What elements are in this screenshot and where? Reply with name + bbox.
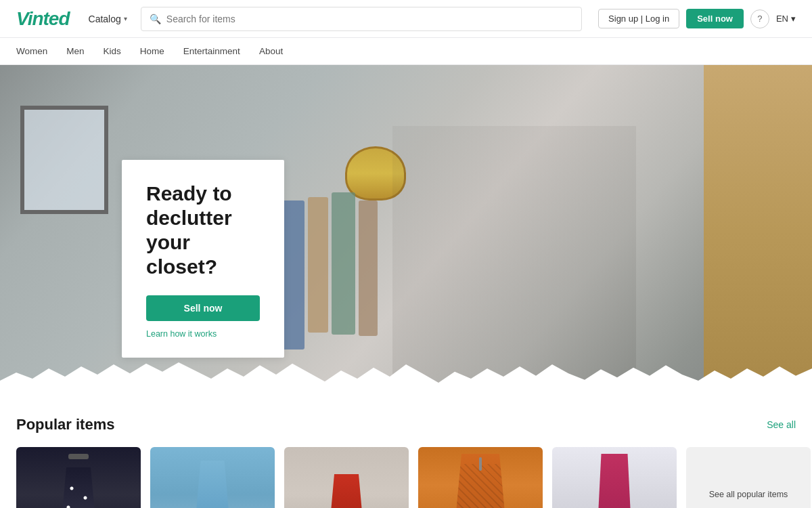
nav-item-men[interactable]: Men: [66, 46, 84, 56]
person-area: [392, 126, 636, 397]
question-mark-icon: ?: [757, 14, 762, 24]
popular-title: Popular items: [16, 416, 114, 433]
nav-item-about[interactable]: About: [259, 46, 283, 56]
clothes-item-4: [332, 192, 355, 335]
sign-up-login-button[interactable]: Sign up | Log in: [598, 9, 679, 28]
search-icon: 🔍: [150, 14, 161, 24]
language-label: EN: [776, 14, 788, 24]
nav-item-home[interactable]: Home: [140, 46, 164, 56]
hero-section: Ready to declutter your closet? Sell now…: [0, 65, 812, 397]
catalog-button[interactable]: Catalog ▾: [83, 11, 133, 27]
sell-now-button[interactable]: Sell now: [686, 9, 744, 28]
popular-header: Popular items See all: [16, 416, 796, 433]
nav-item-women[interactable]: Women: [16, 46, 47, 56]
see-all-popular-label: See all popular items: [698, 478, 799, 508]
see-all-popular-card[interactable]: See all popular items: [686, 447, 811, 508]
chevron-down-icon: ▾: [791, 14, 796, 24]
main-nav: Women Men Kids Home Entertainment About: [0, 38, 812, 65]
popular-items-section: Popular items See all: [0, 397, 812, 508]
window-decoration: [20, 106, 108, 214]
popular-item-1[interactable]: [16, 447, 141, 508]
dress-shape-5: [593, 454, 637, 508]
chevron-down-icon: ▾: [124, 15, 127, 22]
clothes-item-5: [359, 200, 378, 336]
header-right: Sign up | Log in Sell now ? EN ▾: [598, 9, 796, 28]
hanger-bar: [68, 454, 89, 459]
hero-card: Ready to declutter your closet? Sell now…: [122, 160, 284, 358]
dress-shape-3: [326, 474, 367, 508]
help-button[interactable]: ?: [750, 9, 769, 28]
popular-item-5[interactable]: [552, 447, 677, 508]
clothes-item-3: [308, 197, 328, 333]
language-button[interactable]: EN ▾: [776, 14, 796, 24]
clothes-item-2: [281, 200, 304, 350]
catalog-label: Catalog: [89, 14, 121, 24]
hero-sell-button[interactable]: Sell now: [146, 295, 260, 321]
floral-pattern: [62, 474, 95, 508]
logo[interactable]: Vinted: [16, 8, 70, 30]
popular-item-2[interactable]: [150, 447, 275, 508]
shelf-decoration: [704, 65, 812, 397]
pattern-overlay: [457, 464, 504, 508]
hanger-hook: [479, 457, 482, 471]
search-input[interactable]: [166, 14, 573, 24]
popular-item-4[interactable]: [418, 447, 543, 508]
dress-shape-2: [189, 461, 236, 508]
items-grid: See all popular items: [16, 447, 796, 508]
popular-item-3[interactable]: [284, 447, 409, 508]
see-all-button[interactable]: See all: [767, 419, 796, 430]
header: Vinted Catalog ▾ 🔍 Sign up | Log in Sell…: [0, 0, 812, 38]
hero-title: Ready to declutter your closet?: [146, 182, 260, 279]
nav-item-entertainment[interactable]: Entertainment: [183, 46, 240, 56]
dress-shape-4: [453, 454, 508, 508]
dress-shape-1: [58, 467, 99, 508]
nav-item-kids[interactable]: Kids: [104, 46, 121, 56]
search-bar: 🔍: [141, 7, 582, 31]
learn-how-link[interactable]: Learn how it works: [146, 329, 260, 339]
